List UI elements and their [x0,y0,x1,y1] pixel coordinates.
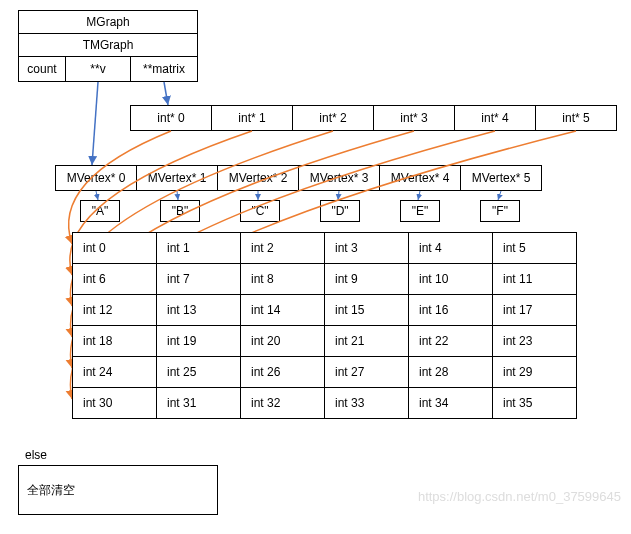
matrix-cell: **matrix [130,56,198,82]
matrix-cell: int 16 [408,294,493,326]
matrix-cell: int 33 [324,387,409,419]
matrix-cell: int 13 [156,294,241,326]
matrix-cell: int 2 [240,232,325,264]
matrix-cell: int 7 [156,263,241,295]
matrix-cell: int 3 [324,232,409,264]
matrix-cell: int 15 [324,294,409,326]
matrix-cell: int 32 [240,387,325,419]
label-d: "D" [320,200,360,222]
matrix-cell: int 1 [156,232,241,264]
intptr-4: int* 4 [454,105,536,131]
v-cell: **v [65,56,131,82]
label-e: "E" [400,200,440,222]
matrix-cell: int 34 [408,387,493,419]
svg-line-5 [338,191,339,200]
svg-line-3 [177,191,178,200]
matrix-cell: int 23 [492,325,577,357]
intptr-3: int* 3 [373,105,455,131]
watermark: https://blog.csdn.net/m0_37599645 [418,489,621,504]
label-f: "F" [480,200,520,222]
label-c: "C" [240,200,280,222]
intptr-1: int* 1 [211,105,293,131]
matrix-cell: int 18 [72,325,157,357]
matrix-cell: int 4 [408,232,493,264]
matrix-cell: int 29 [492,356,577,388]
label-b: "B" [160,200,200,222]
mvertex-3: MVertex* 3 [298,165,380,191]
intptr-2: int* 2 [292,105,374,131]
count-cell: count [18,56,66,82]
mvertex-4: MVertex* 4 [379,165,461,191]
matrix-cell: int 25 [156,356,241,388]
else-label: else [25,448,47,462]
svg-line-0 [164,82,168,105]
matrix-cell: int 17 [492,294,577,326]
matrix-cell: int 20 [240,325,325,357]
matrix-cell: int 21 [324,325,409,357]
clear-box: 全部清空 [18,465,218,515]
matrix-cell: int 14 [240,294,325,326]
matrix-cell: int 10 [408,263,493,295]
svg-line-6 [418,191,420,200]
matrix-cell: int 9 [324,263,409,295]
svg-line-7 [498,191,501,200]
intptr-0: int* 0 [130,105,212,131]
mvertex-0: MVertex* 0 [55,165,137,191]
mgraph-header: MGraph [18,10,198,34]
label-a: "A" [80,200,120,222]
matrix-cell: int 35 [492,387,577,419]
matrix-cell: int 0 [72,232,157,264]
matrix-cell: int 8 [240,263,325,295]
matrix-cell: int 30 [72,387,157,419]
mvertex-1: MVertex* 1 [136,165,218,191]
matrix-cell: int 31 [156,387,241,419]
matrix-cell: int 27 [324,356,409,388]
mvertex-5: MVertex* 5 [460,165,542,191]
matrix-cell: int 12 [72,294,157,326]
matrix-cell: int 5 [492,232,577,264]
svg-line-2 [96,191,98,200]
matrix-cell: int 19 [156,325,241,357]
matrix-cell: int 26 [240,356,325,388]
tmgraph-header: TMGraph [18,33,198,57]
matrix-cell: int 6 [72,263,157,295]
svg-line-1 [92,82,98,165]
matrix-cell: int 11 [492,263,577,295]
intptr-5: int* 5 [535,105,617,131]
matrix-cell: int 22 [408,325,493,357]
matrix-cell: int 24 [72,356,157,388]
matrix-cell: int 28 [408,356,493,388]
mvertex-2: MVertex* 2 [217,165,299,191]
